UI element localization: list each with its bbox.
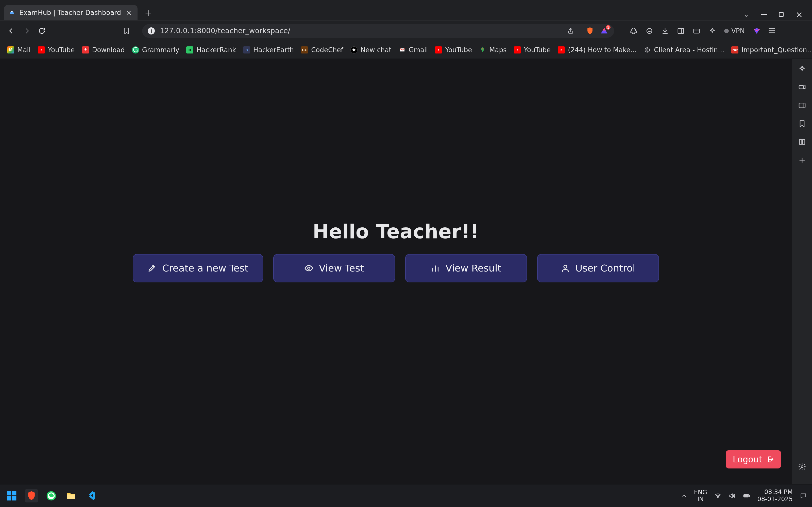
vpn-status-dot-icon xyxy=(724,29,729,33)
bookmark-client-area[interactable]: Client Area - Hostin... xyxy=(644,46,724,54)
mail-icon: M xyxy=(7,46,14,54)
wifi-icon[interactable] xyxy=(714,492,721,499)
close-tab-icon[interactable]: × xyxy=(124,9,133,16)
site-info-icon[interactable]: i xyxy=(148,27,155,35)
bookmark-youtube-3[interactable]: YouTube xyxy=(514,46,551,54)
bookmark-youtube-2[interactable]: YouTube xyxy=(435,46,472,54)
youtube-icon xyxy=(514,46,521,54)
svg-marker-6 xyxy=(41,49,42,51)
bookmark-howto[interactable]: (244) How to Make... xyxy=(558,46,637,54)
bookmark-label: (244) How to Make... xyxy=(568,46,637,54)
taskbar-app-file-explorer[interactable] xyxy=(64,489,78,502)
clock[interactable]: 08:34 PM 08-01-2025 xyxy=(757,489,793,503)
tray-chevron-icon[interactable] xyxy=(681,493,687,499)
brave-rewards-icon[interactable]: 1 xyxy=(600,26,608,35)
bookmark-important-questions[interactable]: PDFImportant_Question... xyxy=(731,46,812,54)
button-label: User Control xyxy=(575,263,636,274)
add-panel-item-icon[interactable] xyxy=(798,156,806,164)
browser-tab-active[interactable]: ExamHub | Teacher Dashboard × xyxy=(4,5,138,20)
url-text: 127.0.0.1:8000/teacher_workspace/ xyxy=(160,26,290,35)
vpn-button[interactable]: VPN xyxy=(724,27,745,35)
brave-shield-icon[interactable] xyxy=(586,26,594,35)
bookmark-youtube[interactable]: YouTube xyxy=(38,46,75,54)
language-indicator[interactable]: ENG IN xyxy=(694,489,707,502)
youtube-icon xyxy=(558,46,565,54)
bookmark-download[interactable]: Download xyxy=(82,46,125,54)
taskbar-app-brave[interactable] xyxy=(25,489,38,502)
globe-icon xyxy=(644,46,651,54)
leo-sparkle-icon[interactable] xyxy=(798,65,806,73)
bookmark-maps[interactable]: Maps xyxy=(479,46,506,54)
separator xyxy=(580,27,580,35)
bookmark-page-sparkle-icon[interactable] xyxy=(708,27,716,35)
tab-title: ExamHub | Teacher Dashboard xyxy=(19,9,121,16)
window-maximize-button[interactable] xyxy=(779,12,783,17)
bookmark-gmail[interactable]: Gmail xyxy=(399,46,428,54)
address-bar[interactable]: i 127.0.0.1:8000/teacher_workspace/ 1 xyxy=(142,24,614,38)
panel-right-icon[interactable] xyxy=(798,101,806,110)
svg-rect-26 xyxy=(749,495,750,496)
wallet-icon[interactable] xyxy=(693,27,700,35)
language-bottom: IN xyxy=(694,496,707,502)
svg-marker-9 xyxy=(517,49,518,51)
extensions-icon[interactable] xyxy=(630,27,638,35)
bookmark-label: New chat xyxy=(361,46,392,54)
settings-gear-icon[interactable] xyxy=(798,463,806,470)
create-test-button[interactable]: Create a new Test xyxy=(133,254,263,282)
video-camera-icon[interactable] xyxy=(798,83,806,91)
bookmark-grammarly[interactable]: GGrammarly xyxy=(132,46,180,54)
new-tab-button[interactable]: + xyxy=(143,7,154,18)
bookmark-mail[interactable]: MMail xyxy=(7,46,31,54)
sidebar-toggle-icon[interactable] xyxy=(677,27,684,35)
share-icon[interactable] xyxy=(567,27,574,35)
bookmark-label: HackerRank xyxy=(196,46,236,54)
back-button[interactable] xyxy=(6,25,16,36)
reload-button[interactable] xyxy=(38,27,46,35)
bookmark-label: Download xyxy=(92,46,125,54)
user-icon xyxy=(561,264,570,273)
volume-icon[interactable] xyxy=(728,492,735,499)
forward-button[interactable] xyxy=(22,25,33,36)
reading-list-icon[interactable] xyxy=(798,138,806,146)
bookmark-side-icon[interactable] xyxy=(798,120,806,128)
taskbar-app-whatsapp[interactable] xyxy=(45,489,58,502)
bookmark-label: Gmail xyxy=(409,46,428,54)
tab-search-chevron-icon[interactable]: ⌄ xyxy=(744,11,749,18)
gmail-icon xyxy=(399,46,406,54)
bookmark-this-page-icon[interactable] xyxy=(123,27,131,35)
window-close-button[interactable]: × xyxy=(796,10,803,19)
bookmark-codechef[interactable]: CCCodeChef xyxy=(301,46,343,54)
svg-rect-23 xyxy=(67,494,75,499)
svg-marker-10 xyxy=(561,49,562,51)
svg-rect-27 xyxy=(744,495,748,496)
logout-label: Logout xyxy=(733,454,762,464)
browser-toolbar: i 127.0.0.1:8000/teacher_workspace/ 1 xyxy=(0,20,812,41)
window-minimize-button[interactable] xyxy=(761,14,767,15)
bookmarks-bar: MMail YouTube Download GGrammarly HHacke… xyxy=(0,41,812,59)
clock-date: 08-01-2025 xyxy=(757,496,793,503)
bookmark-label: Grammarly xyxy=(142,46,180,54)
button-label: View Test xyxy=(319,263,364,274)
download-icon[interactable] xyxy=(661,27,669,35)
svg-rect-14 xyxy=(799,86,803,89)
svg-point-3 xyxy=(647,29,652,34)
app-menu-icon[interactable] xyxy=(769,29,775,33)
brave-wallet-color-icon[interactable] xyxy=(753,27,760,35)
chat-icon: ✦ xyxy=(350,46,358,54)
svg-rect-18 xyxy=(12,491,16,495)
bookmark-new-chat[interactable]: ✦New chat xyxy=(350,46,392,54)
svg-rect-20 xyxy=(12,496,16,500)
button-label: Create a new Test xyxy=(162,263,248,274)
leo-ai-icon[interactable] xyxy=(646,27,653,35)
notifications-icon[interactable] xyxy=(800,492,807,499)
view-result-button[interactable]: View Result xyxy=(405,254,527,282)
user-control-button[interactable]: User Control xyxy=(537,254,659,282)
youtube-icon xyxy=(435,46,442,54)
bookmark-hackerrank[interactable]: HHackerRank xyxy=(186,46,236,54)
taskbar-app-vscode[interactable] xyxy=(84,489,97,502)
battery-icon[interactable] xyxy=(743,492,750,500)
bookmark-hackerearth[interactable]: hHackerEarth xyxy=(243,46,294,54)
view-test-button[interactable]: View Test xyxy=(273,254,395,282)
logout-button[interactable]: Logout xyxy=(726,450,781,468)
start-button[interactable] xyxy=(5,489,18,502)
